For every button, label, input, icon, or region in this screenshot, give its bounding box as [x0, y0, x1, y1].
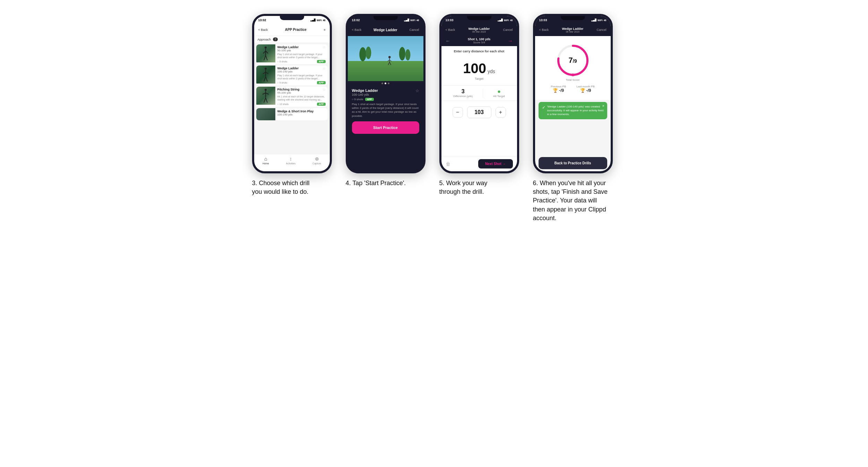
svg-line-8 [263, 72, 266, 74]
app-badge-1b: APP [317, 81, 325, 84]
golfer-icon-3 [260, 88, 271, 104]
shot-nav-3: ← Shot 1, 100 yds Score 5/9 → [441, 36, 517, 46]
score-text-4: 7/9 [569, 56, 577, 65]
phone-screen-1: 13:02 ▂▄█ WiFi 46 < Back APP Practice ≡ … [254, 16, 330, 171]
nav-cancel-4[interactable]: Cancel [596, 28, 606, 32]
card-header-2: Wedge Ladder 100-140 yds ☆ [352, 88, 419, 96]
clock-icon-1c: ○ [277, 103, 279, 105]
status-icons-3: ▂▄█ WiFi 46 [498, 19, 513, 21]
drill-thumb-2 [256, 66, 275, 84]
dot-2-2 [385, 83, 386, 84]
svg-point-21 [405, 49, 411, 60]
app-badge-1a: APP [317, 60, 325, 63]
trophy-icon-month: 🏆 [580, 88, 585, 93]
back-to-drills-button[interactable]: Back to Practice Drills [539, 157, 607, 169]
img-dots-2 [348, 81, 423, 86]
svg-line-16 [264, 98, 266, 103]
status-icons-2: ▂▄█ WiFi 46 [404, 19, 419, 21]
card-title-2: Wedge Ladder [352, 88, 378, 93]
score-label-4: Total Score [566, 78, 579, 81]
shots-info-1a: ○ 9 shots [277, 60, 287, 63]
drill-thumb-4 [256, 108, 275, 120]
svg-point-6 [265, 68, 267, 70]
nav-subtitle-4: 06 Mar 2023 [562, 31, 583, 33]
caption-1: 3. Choose which drill you would like to … [252, 179, 321, 196]
trophy-icon-prev: 🏆 [553, 88, 558, 93]
bottom-nav-capture-1[interactable]: ⊕ Capture [312, 156, 321, 168]
delete-icon-3[interactable]: 🗑 [446, 161, 450, 167]
start-practice-button[interactable]: Start Practice [352, 121, 419, 134]
drill-item-1[interactable]: Wedge Ladder 50-100 yds ☆ Play 1 shot at… [256, 44, 328, 64]
nav-back-3[interactable]: < Back [446, 28, 455, 32]
card-section-2: Wedge Ladder 100-140 yds ☆ ○ 9 shots APP… [348, 86, 423, 171]
nav-bar-1: < Back APP Practice ≡ [254, 24, 330, 36]
card-star-2[interactable]: ☆ [415, 88, 419, 93]
drill-item-4[interactable]: Wedge & Short Iron Play 100-140 yds [256, 108, 328, 120]
pb-item-prev-4: Previous PB 🏆 -/9 [551, 85, 566, 93]
signal-icon-4: ▂▄█ [591, 19, 596, 21]
filter-label-1: Approach [258, 38, 271, 41]
drill-item-2[interactable]: Wedge Ladder 100-140 yds ☆ Play 1 shot a… [256, 66, 328, 85]
svg-line-2 [263, 51, 266, 53]
nav-back-4[interactable]: < Back [539, 28, 549, 32]
phone-screen-4: 13:03 ▂▄█ WiFi 46 < Back Wedge Ladder 06… [535, 16, 611, 171]
card-badge-2: APP [365, 98, 373, 101]
svg-line-10 [264, 77, 266, 81]
pb-month-label-4: Last month PB [576, 85, 594, 88]
metric-hit-label-3: Hit Target [493, 95, 505, 98]
drill-star-1b[interactable]: ☆ [323, 67, 326, 70]
nav-back-2[interactable]: < Back [352, 28, 362, 32]
shot-info-score-3: Score 5/9 [468, 41, 491, 44]
drill-star-1a[interactable]: ☆ [323, 45, 326, 49]
drill-thumb-1 [256, 44, 275, 62]
nav-title-block-4: Wedge Ladder 06 Mar 2023 [562, 27, 583, 33]
drill-img-4 [256, 108, 275, 120]
clock-icon-1a: ○ [277, 60, 279, 63]
signal-icon-1: ▂▄█ [310, 19, 316, 21]
phone-section-3: 13:03 ▂▄█ WiFi 46 < Back Wedge Ladder 06… [439, 14, 523, 196]
phone-frame-4: 13:03 ▂▄█ WiFi 46 < Back Wedge Ladder 06… [533, 14, 613, 173]
bottom-nav-home-1[interactable]: ⌂ Home [263, 156, 269, 168]
next-shot-label: Next Shot → [485, 162, 506, 166]
input-display-3[interactable]: 103 [467, 106, 491, 118]
phone-screen-2: 13:02 ▂▄█ WiFi 46 < Back Wedge Ladder Ca… [348, 16, 423, 171]
shot-nav-next-3[interactable]: → [508, 38, 513, 44]
score-circle-section-4: 7/9 Total Score Previous PB 🏆 -/9 [535, 36, 611, 100]
nav-cancel-3[interactable]: Cancel [503, 28, 513, 32]
svg-point-19 [366, 46, 371, 59]
phone-section-4: 13:03 ▂▄█ WiFi 46 < Back Wedge Ladder 06… [533, 14, 616, 223]
wifi-icon-3: WiFi [504, 19, 509, 21]
phone-frame-1: 13:02 ▂▄█ WiFi 46 < Back APP Practice ≡ … [252, 14, 332, 173]
battery-icon-4: 46 [604, 19, 607, 21]
bottom-nav-activities-1[interactable]: ↕ Activities [286, 156, 296, 168]
phones-row: 13:02 ▂▄█ WiFi 46 < Back APP Practice ≡ … [252, 14, 616, 223]
status-icons-4: ▂▄█ WiFi 46 [591, 19, 606, 21]
nav-back-1[interactable]: < Back [258, 28, 268, 32]
increment-button-3[interactable]: + [496, 107, 506, 118]
activities-icon-1: ↕ [290, 156, 292, 162]
pb-prev-value-4: 🏆 -/9 [551, 88, 566, 93]
shots-info-1b: ○ 9 shots [277, 81, 287, 84]
decrement-button-3[interactable]: − [453, 107, 463, 118]
nav-menu-icon-1[interactable]: ≡ [324, 28, 325, 32]
target-display-3: 100 yds Target [441, 55, 517, 83]
drill-range-1b: 100-140 yds [277, 70, 299, 73]
hero-trees-svg [351, 43, 419, 66]
drill-star-1c[interactable]: ☆ [323, 88, 326, 92]
nav-title-block-3: Wedge Ladder 06 Mar 2023 [468, 27, 490, 33]
svg-line-24 [388, 60, 390, 61]
drill-item-3[interactable]: Pitching String 55-100 yds ☆ Hit 1 shot … [256, 87, 328, 106]
nav-cancel-2[interactable]: Cancel [409, 28, 419, 32]
next-shot-button[interactable]: Next Shot → [478, 159, 513, 168]
toast-close-button[interactable]: × [602, 104, 604, 109]
shot-nav-prev-3[interactable]: ← [446, 38, 450, 44]
target-yds-3: 100 yds [441, 61, 517, 76]
drill-name-1d: Wedge & Short Iron Play [277, 110, 326, 113]
drill-thumb-3 [256, 87, 275, 105]
drill-desc-1c: Hit 1 shot at each of the 10 target dist… [277, 95, 326, 101]
hero-image-2 [348, 36, 423, 81]
svg-line-17 [266, 98, 267, 103]
svg-point-20 [399, 47, 405, 60]
metrics-row-3: 3 Difference (yds) ● Hit Target [441, 85, 517, 101]
shot-info-title-3: Shot 1, 100 yds [468, 37, 491, 41]
